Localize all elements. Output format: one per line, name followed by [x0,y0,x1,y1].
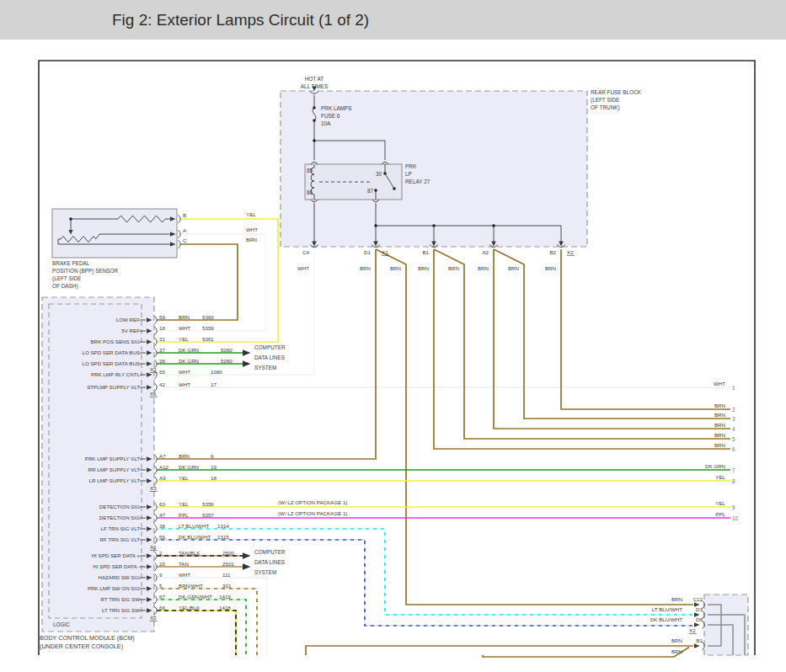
pin-socket-icon [155,595,158,604]
bcm-pin-number: 9 [159,572,163,578]
bcm-pin-number: 38 [159,523,165,529]
colored-wires [157,219,730,657]
splice-dot [313,106,316,109]
bcm-pin-label: RT TRN SIG SW [101,596,141,602]
wire-color-label: WHT [714,381,725,387]
wire-color-label: PPL [179,512,189,518]
terminal-label: D1 [364,249,371,255]
wire-color-label: YEL [715,474,725,480]
bcm-pin-number: A7 [159,453,166,459]
bcm-caption-2: (UNDER CENTER CONSOLE) [40,643,123,650]
pin-socket-icon [155,514,158,522]
bpp-pin-letter: B [183,212,186,218]
bcm-pin-label: LO SPD SER DATA BUS [82,349,140,355]
edge-circuit-number: 5 [732,436,735,442]
fuse-label-3: 10A [321,120,331,126]
wire-color-label: BRN [246,237,257,243]
wire-color-label: DK BLU/WHT [179,534,211,540]
terminal-label: B1 [696,637,703,643]
terminal-label: B2 [549,249,556,255]
wire-color-label: BRN [714,432,725,438]
wire-color-label: WHT [246,227,258,232]
title-bar: Fig 2: Exterior Lamps Circuit (1 of 2) [0,0,786,40]
bcm-connector-label: X1 [150,391,157,397]
bcm-pin-number: 56 [159,534,165,540]
wire-color-label: BRN [448,265,459,271]
wire-color-label: BRN [671,596,682,602]
pin-socket-icon [155,563,158,571]
bcm-pin-number: 47 [159,512,165,518]
computer-note-a2: DATA LINES [254,355,285,360]
wire-color-label: BRN [478,265,489,271]
bpp-caption-2: POSITION (BPP) SENSOR [52,268,119,275]
bcm-pin-label: PRK LMP RLY CNTL [91,371,141,377]
wire-color-label: TAN/BLK [179,550,201,556]
wire-color-label: BRN [671,637,682,643]
option-note-2: (W/ LZ OPTION PACKAGE 1) [278,510,347,516]
wire-color-label: LT BLU/WHT [652,606,682,612]
data-line-arrow-icon [243,552,251,559]
computer-note-a1: COMPUTER [254,344,286,350]
bcm-pin-label: LO SPD SER DATA BUS [82,360,140,366]
circuit-number: 301 [222,583,232,589]
pin-socket-icon [179,240,181,248]
wire-color-label: YEL [179,501,189,507]
bcm-pin-number: 2 [159,550,163,556]
circuit-number: 1419 [219,594,231,600]
wire-color-label: DK GRN [179,347,199,353]
bcm-pin-label: BRK POS SENS SIG [91,339,141,344]
pin-socket-icon [155,316,158,324]
pin-socket-icon [155,503,158,511]
bcm-caption-1: BODY CONTROL MODULE (BCM) [40,634,135,642]
pin-socket-icon [155,606,158,615]
circuit-number: 18 [211,475,217,481]
edge-circuit-number: 9 [732,504,735,510]
bcm-pin-number: A9 [159,475,166,481]
bcm-pin-label: PRK LMP SW ON SIG [88,585,140,591]
edge-circuit-number: 1 [732,385,735,391]
bcm-pin-label: RF TRN SIG VLT [99,536,140,542]
bcm-pin-label: LR LMP SUPPLY VLT [89,477,141,483]
computer-note-b2: DATA LINES [254,559,285,565]
splice-dot [492,224,495,227]
wire-color-label: BRN [714,442,725,448]
pin-socket-icon [155,536,158,544]
bcm-box [42,297,154,632]
pin-socket-icon [155,338,158,346]
computer-note-b1: COMPUTER [254,549,286,555]
terminal-label: D3 [696,606,703,612]
pin-socket-icon [155,525,158,533]
circuit-number: 1314 [217,523,229,529]
relay-name-2: LP [405,171,412,177]
wire-color-label: BRN [714,412,725,418]
circuit-number: 5357 [202,512,214,518]
edge-circuit-number: 6 [732,446,735,452]
circuit-number: 5360 [202,314,214,320]
circuit-number: 19 [211,464,217,470]
splice-dot [69,217,72,221]
circuit-number: 9 [211,453,214,459]
bcm-pin-number: 42 [159,381,165,387]
wire-color-label: WHT [179,325,190,331]
circuit-number: 5060 [221,347,233,353]
circuit-number: 5356 [202,501,214,507]
pin-socket-icon [155,327,158,335]
bcm-pin-number: 65 [159,369,165,375]
circuit-number: 1418 [219,605,231,611]
bcm-pin-label: LF TRN SIG VLT [100,525,140,531]
bcm-pin-label: HI SPD SER DATA - [93,563,140,569]
bcm-pin-number: A12 [159,464,169,470]
relay-term-85: 85 [307,168,313,173]
bcm-pin-label: 5V REF [121,328,140,333]
pin-socket-icon [155,455,158,463]
terminal-label: C12 [693,596,703,602]
wire-color-label: YEL [715,500,725,506]
fuse-block-label-1: REAR FUSE BLOCK [591,89,642,95]
splice-dot [374,189,377,192]
splice-dot [313,139,316,142]
wire-color-label: BRN/WHT [179,583,203,589]
bcm-pin-label: LT TRN SIG SW [102,607,140,613]
data-line-arrow-icon [243,360,251,367]
bcm-pin-number: 20 [159,561,165,567]
terminal-label: B1 [422,249,429,255]
